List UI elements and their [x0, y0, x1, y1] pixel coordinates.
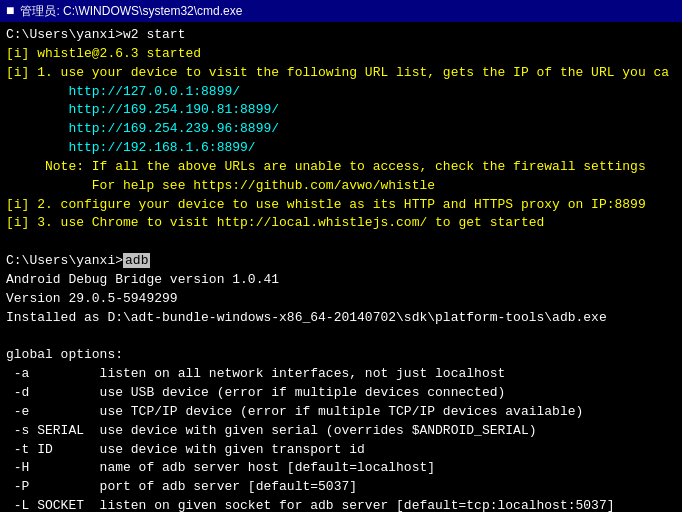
- line-url-1: http://127.0.0.1:8899/: [6, 83, 676, 102]
- line-installed: Installed as D:\adt-bundle-windows-x86_6…: [6, 309, 676, 328]
- line-help: For help see https://github.com/avwo/whi…: [6, 177, 676, 196]
- title-bar-label: 管理员: C:\WINDOWS\system32\cmd.exe: [20, 3, 242, 20]
- line-url-2: http://169.254.190.81:8899/: [6, 101, 676, 120]
- line-opt-e: -e use TCP/IP device (error if multiple …: [6, 403, 676, 422]
- line-opt-h: -H name of adb server host [default=loca…: [6, 459, 676, 478]
- line-url-intro: [i] 1. use your device to visit the foll…: [6, 64, 676, 83]
- line-chrome: [i] 3. use Chrome to visit http://local.…: [6, 214, 676, 233]
- title-bar-icon: ■: [6, 3, 14, 19]
- line-opt-t: -t ID use device with given transport id: [6, 441, 676, 460]
- line-adb-cmd: C:\Users\yanxi>adb: [6, 252, 676, 271]
- line-cmd-start: C:\Users\yanxi>w2 start: [6, 26, 676, 45]
- line-opt-s: -s SERIAL use device with given serial (…: [6, 422, 676, 441]
- line-adb-version: Android Debug Bridge version 1.0.41: [6, 271, 676, 290]
- line-url-4: http://192.168.1.6:8899/: [6, 139, 676, 158]
- title-bar: ■ 管理员: C:\WINDOWS\system32\cmd.exe: [0, 0, 682, 22]
- line-whistle-started: [i] whistle@2.6.3 started: [6, 45, 676, 64]
- line-blank-2: [6, 328, 676, 347]
- line-version-num: Version 29.0.5-5949299: [6, 290, 676, 309]
- line-opt-l: -L SOCKET listen on given socket for adb…: [6, 497, 676, 512]
- prompt-text: C:\Users\yanxi>: [6, 253, 123, 268]
- line-opt-p: -P port of adb server [default=5037]: [6, 478, 676, 497]
- line-global-options: global options:: [6, 346, 676, 365]
- line-blank-1: [6, 233, 676, 252]
- terminal[interactable]: C:\Users\yanxi>w2 start [i] whistle@2.6.…: [0, 22, 682, 512]
- adb-highlight: adb: [123, 253, 150, 268]
- line-url-3: http://169.254.239.96:8899/: [6, 120, 676, 139]
- line-note: Note: If all the above URLs are unable t…: [6, 158, 676, 177]
- line-opt-d: -d use USB device (error if multiple dev…: [6, 384, 676, 403]
- line-configure: [i] 2. configure your device to use whis…: [6, 196, 676, 215]
- line-opt-a: -a listen on all network interfaces, not…: [6, 365, 676, 384]
